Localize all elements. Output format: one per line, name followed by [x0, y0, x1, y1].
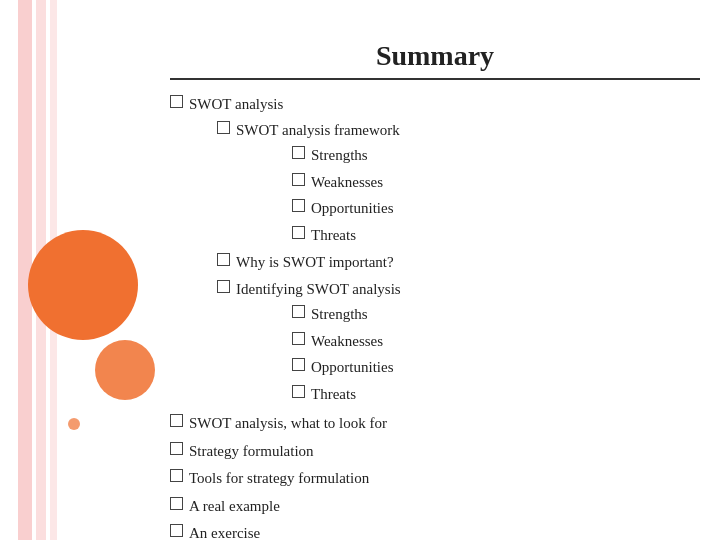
checkbox-what-to-look: [170, 414, 183, 427]
label-strategy-formulation: Strategy formulation: [189, 439, 314, 465]
stripe-2: [36, 0, 46, 540]
stripe-3: [50, 0, 57, 540]
list-item-why-swot: Why is SWOT important?: [217, 250, 700, 276]
list-item-threats-1: Threats: [292, 223, 400, 249]
list-item-weaknesses-2: Weaknesses: [292, 329, 401, 355]
checkbox-opportunities-2: [292, 358, 305, 371]
list-item-strategy-formulation: Strategy formulation: [170, 439, 700, 465]
decorative-panel: [0, 0, 160, 540]
label-strengths-1: Strengths: [311, 143, 368, 169]
checkbox-strengths-2: [292, 305, 305, 318]
page-title: Summary: [170, 40, 700, 80]
list-item-weaknesses-1: Weaknesses: [292, 170, 400, 196]
list-item-strengths-1: Strengths: [292, 143, 400, 169]
main-content: Summary SWOT analysis SWOT analysis fram…: [170, 40, 700, 520]
label-tools: Tools for strategy formulation: [189, 466, 369, 492]
stripe-1: [18, 0, 32, 540]
outline-list: SWOT analysis SWOT analysis framework St…: [170, 92, 700, 540]
list-item-opportunities-1: Opportunities: [292, 196, 400, 222]
label-weaknesses-1: Weaknesses: [311, 170, 383, 196]
label-identifying: Identifying SWOT analysis: [236, 281, 401, 297]
checkbox-threats-2: [292, 385, 305, 398]
list-item-framework: SWOT analysis framework Strengths Weakne…: [217, 118, 700, 250]
checkbox-tools: [170, 469, 183, 482]
label-framework: SWOT analysis framework: [236, 122, 400, 138]
list-item-swot-analysis: SWOT analysis SWOT analysis framework St…: [170, 92, 700, 409]
list-item-identifying: Identifying SWOT analysis Strengths Weak…: [217, 277, 700, 409]
checkbox-real-example: [170, 497, 183, 510]
checkbox-strengths-1: [292, 146, 305, 159]
checkbox-exercise: [170, 524, 183, 537]
list-item-what-to-look: SWOT analysis, what to look for: [170, 411, 700, 437]
checkbox-opportunities-1: [292, 199, 305, 212]
label-swot-analysis: SWOT analysis: [189, 96, 283, 112]
label-opportunities-2: Opportunities: [311, 355, 394, 381]
label-what-to-look: SWOT analysis, what to look for: [189, 411, 387, 437]
label-real-example: A real example: [189, 494, 280, 520]
list-item-exercise: An exercise: [170, 521, 700, 540]
checkbox-weaknesses-2: [292, 332, 305, 345]
list-item-tools: Tools for strategy formulation: [170, 466, 700, 492]
circle-small: [68, 418, 80, 430]
checkbox-identifying: [217, 280, 230, 293]
checkbox-weaknesses-1: [292, 173, 305, 186]
circle-medium: [95, 340, 155, 400]
list-item-strengths-2: Strengths: [292, 302, 401, 328]
label-exercise: An exercise: [189, 521, 260, 540]
checkbox-swot-analysis: [170, 95, 183, 108]
label-opportunities-1: Opportunities: [311, 196, 394, 222]
checkbox-why-swot: [217, 253, 230, 266]
label-weaknesses-2: Weaknesses: [311, 329, 383, 355]
label-threats-2: Threats: [311, 382, 356, 408]
label-why-swot: Why is SWOT important?: [236, 250, 394, 276]
checkbox-strategy-formulation: [170, 442, 183, 455]
list-item-opportunities-2: Opportunities: [292, 355, 401, 381]
label-threats-1: Threats: [311, 223, 356, 249]
list-item-threats-2: Threats: [292, 382, 401, 408]
checkbox-framework: [217, 121, 230, 134]
list-item-real-example: A real example: [170, 494, 700, 520]
label-strengths-2: Strengths: [311, 302, 368, 328]
circle-large: [28, 230, 138, 340]
checkbox-threats-1: [292, 226, 305, 239]
